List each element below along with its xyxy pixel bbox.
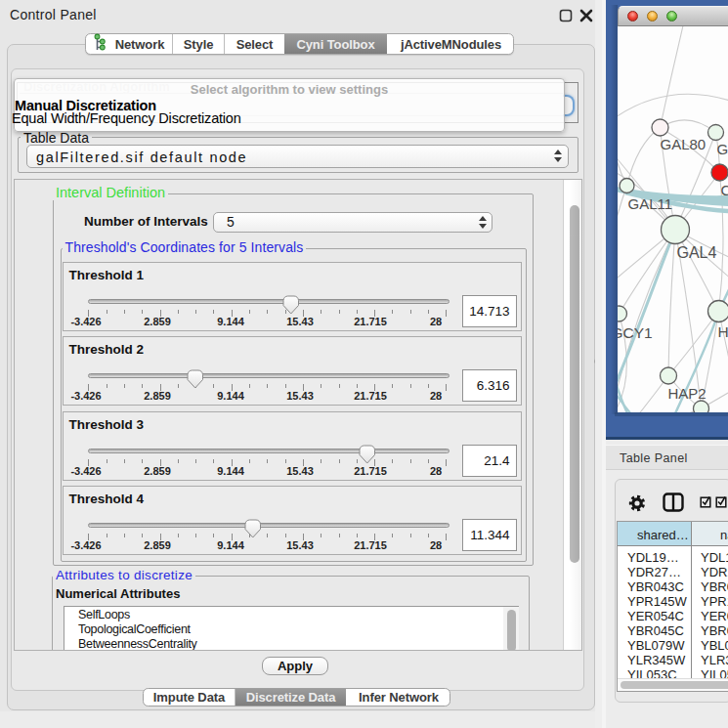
- svg-text:GAL11: GAL11: [628, 195, 673, 212]
- svg-text:GA: GA: [717, 141, 728, 157]
- svg-text:HA: HA: [718, 323, 728, 340]
- svg-text:HAP2: HAP2: [668, 385, 707, 402]
- svg-text:GCY1: GCY1: [618, 324, 653, 341]
- svg-text:GAL4: GAL4: [677, 244, 717, 261]
- svg-text:C: C: [721, 182, 728, 198]
- svg-text:GAL80: GAL80: [661, 136, 707, 152]
